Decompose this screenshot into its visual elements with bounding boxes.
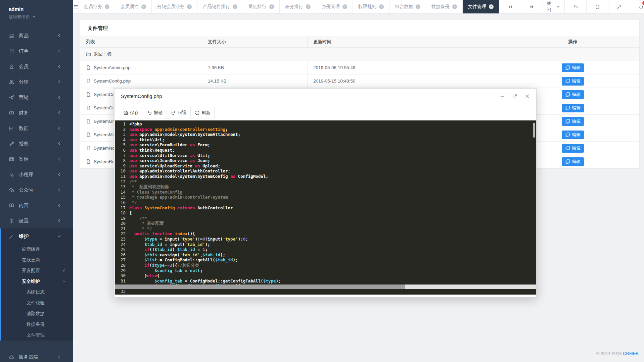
line-number: 5 (115, 142, 126, 148)
paper-plane-icon (9, 95, 14, 100)
tab-product-sales-rank[interactable]: 产品销售排行× (197, 0, 243, 13)
modal-save-button[interactable]: 保存 (119, 107, 143, 118)
maximize-icon[interactable] (512, 94, 517, 99)
tab-close-icon[interactable]: × (269, 4, 274, 9)
chevron-left-icon (56, 64, 62, 69)
sidebar-item-miniprogram[interactable]: 小程序 (0, 167, 73, 182)
topbar-back-button[interactable] (564, 0, 586, 13)
sidebar-item-official-account[interactable]: 公众号 (0, 182, 73, 198)
tab-label: 积分排行 (285, 4, 303, 10)
sidebar-item-goods[interactable]: 商品 (0, 28, 73, 43)
horizontal-scrollbar-thumb[interactable] (115, 285, 405, 289)
sidebar-item-case[interactable]: 案例 (0, 151, 73, 167)
tab-close-icon[interactable]: × (141, 4, 146, 9)
sidebar-item-label: 服务器端 (19, 354, 56, 360)
sidebar-subitem-system-log[interactable]: 系统日志 (1, 287, 73, 298)
double-arrow-right-icon (530, 4, 535, 9)
tab-identity-manage[interactable]: 身份管理× (316, 0, 353, 13)
sidebar-item-marketing[interactable]: 营销 (0, 90, 73, 105)
vertical-scrollbar-thumb[interactable] (533, 123, 535, 138)
code-text: $tab_id = input('tab_id'); (129, 242, 210, 247)
sidebar-item-maintain[interactable]: 维护 (1, 228, 73, 244)
cloud-icon (9, 355, 14, 360)
up-cell: 返回上级 (80, 48, 639, 61)
user-role-dropdown[interactable]: 超级管理员 (9, 14, 73, 20)
code-editor[interactable]: 1<?php2namespace app\admin\controller\se… (115, 120, 536, 295)
modal-refresh-button[interactable]: 刷新 (190, 107, 215, 118)
edit-button[interactable]: 编辑 (562, 117, 584, 126)
topbar-compress-button[interactable] (608, 0, 630, 13)
edit-button[interactable]: 编辑 (562, 90, 584, 99)
sidebar-item-authorization[interactable]: 授权 (0, 136, 73, 151)
tab-close-icon[interactable]: × (452, 4, 457, 9)
file-name: SystemConfig.php (86, 79, 196, 84)
tab-close-icon[interactable]: × (105, 4, 109, 9)
minimize-icon[interactable] (500, 94, 505, 99)
code-text: * 配置列表控制器 (129, 184, 169, 190)
sidebar-subitem-dev-config[interactable]: 开发配置 (1, 265, 73, 276)
code-line: 15 * @package app\admin\controller\syste… (115, 195, 536, 200)
sidebar-toggle-button[interactable] (73, 0, 79, 13)
modal-header: SystemConfig.php (114, 89, 536, 104)
sidebar-item-order[interactable]: 订单 (0, 43, 73, 59)
tab-close-icon[interactable]: × (416, 4, 420, 9)
tab-close-icon[interactable]: × (379, 4, 384, 9)
modal-undo-button[interactable]: 撤销 (143, 107, 167, 118)
tab-rebate-rank[interactable]: 返佣排行× (243, 0, 280, 13)
sidebar-item-finance[interactable]: 财务 (0, 105, 73, 120)
edit-button[interactable]: 编辑 (562, 104, 584, 112)
topbar-scroll-tabs-right-button[interactable] (521, 0, 543, 13)
modal-redo-button[interactable]: 回退 (167, 107, 191, 118)
tab-points-rank[interactable]: 积分排行× (280, 0, 316, 13)
tab-distribution-member[interactable]: 分销会员业务× (152, 0, 197, 13)
redo-icon (171, 110, 176, 115)
tab-member-business[interactable]: 会员业务× (79, 0, 115, 13)
sidebar-item-content[interactable]: 内容 (0, 198, 73, 213)
edit-button[interactable]: 编辑 (562, 63, 584, 72)
sidebar-subitem-refresh-cache[interactable]: 刷新缓存 (1, 244, 73, 255)
sidebar-item-data[interactable]: 数据 (0, 120, 73, 136)
tab-data-backup[interactable]: 数据备份× (426, 0, 463, 13)
tab-close-icon[interactable]: × (342, 4, 347, 9)
tab-permission-rules[interactable]: 权限规则× (353, 0, 389, 13)
sidebar-item-server[interactable]: 服务器端 (0, 349, 73, 362)
topbar-notifications-button[interactable]: 772 (630, 0, 644, 13)
chevron-left-icon (56, 172, 62, 177)
edit-button[interactable]: 编辑 (562, 77, 584, 86)
sidebar-item-label: 维护 (19, 233, 56, 240)
tab-close-icon[interactable]: × (233, 4, 237, 9)
horizontal-scrollbar[interactable] (115, 285, 536, 289)
sidebar-subitem-security-maintain[interactable]: 安全维护 (1, 276, 73, 287)
tab-member-attr[interactable]: 会员属性× (115, 0, 152, 13)
file-icon (86, 159, 91, 164)
up-link[interactable]: 返回上级 (86, 51, 634, 57)
sidebar-subitem-file-manage[interactable]: 文件管理 (1, 330, 73, 341)
code-lines: 1<?php2namespace app\admin\controller\se… (115, 121, 536, 294)
sidebar-item-settings[interactable]: 设置 (0, 213, 73, 228)
topbar-refresh-button[interactable] (586, 0, 608, 13)
sidebar-subitem-online-update[interactable]: 在线更新 (1, 255, 73, 265)
sidebar-subitem-file-check[interactable]: 文件校验 (1, 298, 73, 308)
code-text: use think\Url; (129, 137, 165, 143)
sidebar-subitem-data-backup[interactable]: 数据备份 (1, 319, 73, 330)
close-icon[interactable] (525, 94, 530, 99)
sidebar-subitem-clear-data[interactable]: 清除数据 (1, 308, 73, 319)
line-number: 10 (115, 168, 126, 174)
edit-button[interactable]: 编辑 (562, 131, 584, 139)
tab-close-icon[interactable]: × (187, 4, 192, 9)
edit-button[interactable]: 编辑 (562, 144, 584, 153)
code-line: 21 * */ (115, 226, 536, 231)
topbar-close-menu-button[interactable]: 关闭 (543, 0, 564, 13)
table-row-up[interactable]: 返回上级 (80, 48, 639, 61)
tab-close-icon[interactable]: × (489, 4, 494, 9)
brand-link[interactable]: CRMEB (623, 351, 639, 356)
sidebar-item-distribution[interactable]: 分销 (0, 74, 73, 90)
code-line: 8use service\JsonService as Json; (115, 158, 536, 163)
tab-close-icon[interactable]: × (306, 4, 311, 9)
sidebar-item-member[interactable]: 会员 (0, 59, 73, 74)
edit-button[interactable]: 编辑 (562, 157, 584, 166)
tab-combined-data[interactable]: 组合数据× (389, 0, 426, 13)
topbar-scroll-tabs-left-button[interactable] (499, 0, 521, 13)
tab-file-manage[interactable]: 文件管理× (463, 0, 499, 13)
code-text: use think\Request; (129, 148, 175, 153)
